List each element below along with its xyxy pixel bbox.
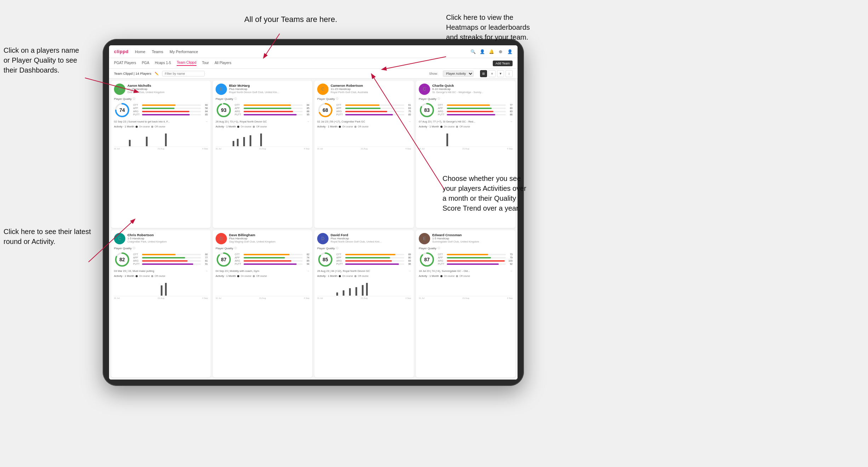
list-view-button[interactable]: ≡	[489, 70, 496, 77]
gauge-container[interactable]: 87	[216, 251, 232, 268]
gauge-value: 83	[424, 107, 430, 113]
player-card[interactable]: C Cameron Robertson 11-15 Handicap Royal…	[314, 81, 414, 228]
stats-bars: OTT 82 APP 74 ARG 85 PUTT 94	[235, 253, 309, 266]
activity-label: Activity · 1 Month On course Off course	[419, 274, 513, 278]
arg-stat: ARG 81	[133, 260, 208, 262]
app-stat: APP 79	[438, 256, 513, 259]
player-card[interactable]: C Chris Robertson 1-5 Handicap Craigmill…	[111, 230, 211, 377]
activity-chart	[419, 129, 513, 147]
quality-content: 82 OTT 60 APP 77 ARG 81	[114, 251, 208, 268]
putt-stat: PUTT 85	[336, 113, 411, 116]
gauge-value: 82	[119, 257, 125, 262]
subnav-all-players[interactable]: All Players	[215, 61, 231, 66]
add-team-button[interactable]: Add Team	[493, 61, 513, 66]
chart-labels: 31 Jul21 Aug4 Sep	[317, 297, 411, 299]
player-header: C Charlie Quick 6-10 Handicap St. George…	[419, 84, 513, 95]
gauge-container[interactable]: 93	[216, 102, 232, 118]
gauge-container[interactable]: 87	[419, 251, 435, 268]
avatar-icon[interactable]: 👤	[507, 49, 513, 55]
player-name[interactable]: David Ford	[331, 233, 411, 237]
gauge-value: 85	[322, 257, 328, 262]
gauge-container[interactable]: 85	[317, 251, 333, 268]
subnav-right: Add Team	[493, 61, 513, 66]
nav-performance[interactable]: My Performance	[170, 50, 198, 54]
grid-view-button[interactable]: ⊞	[480, 70, 487, 77]
player-card[interactable]: E Edward Crossman 1-5 Handicap Sunningda…	[416, 230, 515, 377]
latest-round[interactable]: 26 Aug 23 | 84 (+12), Royal North Devon …	[317, 269, 411, 273]
app-stat: APP 58	[133, 107, 208, 109]
quality-label: Player Quality ⓘ	[317, 246, 411, 250]
player-avatar: C	[317, 84, 329, 95]
subnav-pga[interactable]: PGA	[142, 61, 149, 66]
latest-round[interactable]: 18 Jul 23 | 74 (+4), Sunningdale GC - Ol…	[419, 269, 513, 273]
latest-round[interactable]: 02 Sep 23 | Sunset round to get back int…	[114, 120, 208, 123]
subnav: PGAT Players PGA Hcaps 1-5 Team Clippd T…	[109, 58, 518, 69]
filter-input[interactable]	[162, 71, 205, 76]
gauge-container[interactable]: 74	[114, 102, 130, 118]
quality-content: 87 OTT 73 APP 79 ARG 103	[419, 251, 513, 268]
nav-home[interactable]: Home	[135, 50, 145, 54]
quality-content: 93 OTT 84 APP 85 ARG 88	[216, 102, 309, 118]
player-handicap: 1-5 Handicap	[127, 237, 208, 240]
gauge-container[interactable]: 68	[317, 102, 333, 118]
nav-teams[interactable]: Teams	[152, 50, 163, 54]
subnav-tour[interactable]: Tour	[202, 61, 209, 66]
latest-round[interactable]: 04 Sep 23 | Mobility with coach, Gym →	[216, 269, 309, 273]
latest-round[interactable]: 26 Aug 23 | 73 (+1), Royal North Devon G…	[216, 120, 309, 123]
settings-icon[interactable]: ⊕	[498, 49, 503, 55]
app-stat: APP 85	[235, 107, 309, 109]
arg-stat: ARG 84	[133, 110, 208, 113]
activity-label: Activity · 1 Month On course Off course	[114, 274, 208, 278]
putt-stat: PUTT 92	[438, 263, 513, 265]
subnav-pgat[interactable]: PGAT Players	[114, 61, 136, 66]
quality-label: Player Quality ⓘ	[419, 97, 513, 101]
search-icon[interactable]: 🔍	[470, 49, 476, 55]
putt-stat: PUTT 91	[133, 263, 208, 265]
player-info: Edward Crossman 1-5 Handicap Sunningdale…	[432, 233, 513, 243]
arg-stat: ARG 83	[438, 110, 513, 113]
gauge-value: 93	[221, 107, 227, 113]
player-club: Drift Golf Club, United Kingdom	[127, 91, 208, 94]
player-name[interactable]: Chris Robertson	[127, 233, 208, 237]
gauge-value: 87	[424, 257, 430, 262]
show-select[interactable]: Player Activity	[443, 70, 474, 77]
sort-button[interactable]: ↕	[506, 70, 513, 77]
player-club: Royal North Devon Golf Club, United Kint…	[331, 240, 411, 243]
player-info: David Ford Plus Handicap Royal North Dev…	[331, 233, 411, 243]
activity-chart	[317, 279, 411, 296]
player-name[interactable]: Edward Crossman	[432, 233, 513, 237]
latest-round[interactable]: 02 Jul 23 | 59 (+17), Craigmillar Park G…	[317, 120, 411, 123]
activity-chart	[317, 129, 411, 147]
activity-chart	[419, 279, 513, 296]
filter-button[interactable]: ▼	[497, 70, 504, 77]
chart-labels: 31 Jul21 Aug4 Sep	[114, 148, 208, 150]
edit-icon[interactable]: ✏️	[155, 72, 159, 75]
subnav-team-clippd[interactable]: Team Clippd	[177, 61, 196, 66]
player-name[interactable]: Aaron Nicholls	[127, 84, 208, 87]
player-card[interactable]: B Blair McHarg Plus Handicap Royal North…	[213, 81, 312, 228]
player-name[interactable]: Blair McHarg	[229, 84, 309, 87]
ott-stat: OTT 89	[336, 253, 411, 256]
player-card[interactable]: A Aaron Nicholls 11-15 Handicap Drift Go…	[111, 81, 211, 228]
user-icon[interactable]: 👤	[479, 49, 485, 55]
bell-icon[interactable]: 🔔	[489, 49, 494, 55]
player-name[interactable]: Charlie Quick	[432, 84, 513, 87]
gauge-container[interactable]: 83	[419, 102, 435, 118]
player-name[interactable]: Dave Billingham	[229, 233, 309, 237]
stats-bars: OTT 61 APP 63 ARG 75 PUTT 85	[336, 104, 411, 116]
player-info: Charlie Quick 6-10 Handicap St. George's…	[432, 84, 513, 94]
player-name[interactable]: Cameron Robertson	[331, 84, 411, 87]
quality-label: Player Quality ⓘ	[216, 97, 309, 101]
latest-round[interactable]: 03 Mar 23 | 19, Must make putting →	[114, 269, 208, 273]
activity-chart	[114, 129, 208, 147]
show-label: Show:	[429, 72, 438, 75]
gauge-container[interactable]: 82	[114, 251, 130, 268]
player-info: Aaron Nicholls 11-15 Handicap Drift Golf…	[127, 84, 208, 94]
player-card[interactable]: D Dave Billingham Plus Handicap Sag Magi…	[213, 230, 312, 377]
player-card[interactable]: D David Ford Plus Handicap Royal North D…	[314, 230, 414, 377]
quality-content: 68 OTT 61 APP 63 ARG 75	[317, 102, 411, 118]
latest-round[interactable]: 07 Aug 23 | 77 (+7), St George's Hill GC…	[419, 120, 513, 123]
subnav-hcaps[interactable]: Hcaps 1-5	[155, 61, 171, 66]
stats-bars: OTT 84 APP 85 ARG 88 PUTT 95	[235, 104, 309, 116]
chart-labels: 31 Jul21 Aug4 Sep	[216, 148, 309, 150]
